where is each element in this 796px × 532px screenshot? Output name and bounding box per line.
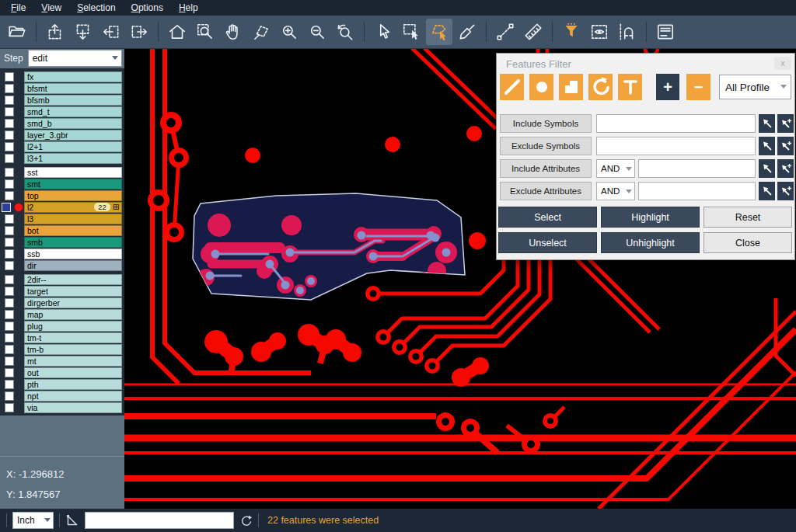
pick-symbol-add-button[interactable] <box>777 137 794 155</box>
layer-visibility-checkbox[interactable] <box>5 261 14 270</box>
layer-row[interactable]: map <box>0 308 124 320</box>
layer-name-chip[interactable]: via <box>24 402 122 413</box>
layer-name-chip[interactable]: bfsmt <box>24 83 122 94</box>
layer-visibility-checkbox[interactable] <box>5 107 14 116</box>
include-symbols-button[interactable]: Include Symbols <box>500 114 592 133</box>
pan-button[interactable] <box>220 19 246 45</box>
layer-visibility-checkbox[interactable] <box>5 96 14 105</box>
layer-row[interactable]: dirgerber <box>0 297 124 308</box>
pick-attribute-button[interactable] <box>759 182 775 200</box>
layer-visibility-checkbox[interactable] <box>5 168 14 177</box>
layer-visibility-checkbox[interactable] <box>5 391 14 401</box>
dialog-close-button[interactable]: x <box>774 57 791 70</box>
step-select[interactable]: edit <box>28 50 122 67</box>
layer-name-chip[interactable]: pth <box>24 379 122 390</box>
scroll-up-button[interactable] <box>42 19 68 45</box>
layer-row[interactable]: pth <box>0 378 124 390</box>
layer-row[interactable]: smt <box>0 178 124 190</box>
layer-visibility-checkbox[interactable] <box>5 214 14 224</box>
polarity-negative-button[interactable]: − <box>686 74 710 100</box>
layer-row[interactable]: target <box>0 285 124 297</box>
unhighlight-button[interactable]: Unhighlight <box>601 232 700 253</box>
filter-text-button[interactable] <box>618 74 642 100</box>
include-attributes-input[interactable] <box>638 159 756 178</box>
layer-row[interactable]: top <box>0 190 124 201</box>
layer-row[interactable]: out <box>0 367 124 378</box>
layer-visibility-checkbox[interactable] <box>5 238 14 247</box>
scroll-left-button[interactable] <box>98 19 124 45</box>
layer-visibility-checkbox[interactable] <box>5 119 14 128</box>
layer-visibility-checkbox[interactable] <box>5 84 14 93</box>
menu-help[interactable]: Help <box>171 1 206 16</box>
layer-row[interactable]: via <box>0 402 124 413</box>
refresh-icon[interactable] <box>239 514 253 527</box>
layer-name-chip[interactable]: layer_3.gbr <box>24 130 122 141</box>
filter-pad-button[interactable] <box>529 74 553 100</box>
layer-name-chip[interactable]: dir <box>24 260 122 271</box>
layer-name-chip[interactable]: plug <box>24 321 122 332</box>
pick-attribute-button[interactable] <box>759 159 775 178</box>
include-attributes-button[interactable]: Include Attributes <box>500 159 592 178</box>
layer-name-chip[interactable]: out <box>24 367 122 378</box>
layer-row[interactable]: mt <box>0 355 124 367</box>
layer-visibility-checkbox[interactable] <box>5 380 14 389</box>
exclude-attributes-button[interactable]: Exclude Attributes <box>500 182 592 200</box>
layer-visibility-checkbox[interactable] <box>5 179 14 189</box>
layer-name-chip[interactable]: tm-b <box>24 344 122 355</box>
layer-row[interactable]: layer_3.gbr <box>0 129 124 141</box>
layer-visibility-checkbox[interactable] <box>5 298 14 308</box>
close-button[interactable]: Close <box>703 232 792 253</box>
layer-visibility-checkbox[interactable] <box>5 142 14 151</box>
layer-visibility-checkbox[interactable] <box>5 345 14 354</box>
select-polygon-button[interactable] <box>426 19 452 45</box>
scroll-right-button[interactable] <box>126 19 152 45</box>
include-attributes-operator-select[interactable]: AND <box>596 159 635 178</box>
layer-row[interactable]: smd_t <box>0 106 124 117</box>
profile-select[interactable]: All Profile <box>719 75 791 99</box>
menu-selection[interactable]: Selection <box>69 1 123 16</box>
pick-symbol-add-button[interactable] <box>777 114 794 133</box>
pick-attribute-add-button[interactable] <box>777 182 794 200</box>
layer-row[interactable]: tm-t <box>0 332 124 343</box>
layer-name-chip[interactable]: smb <box>24 237 122 248</box>
units-select[interactable]: Inch <box>12 512 54 529</box>
layer-row[interactable]: l3 <box>0 213 124 224</box>
select-button[interactable] <box>370 19 396 45</box>
layer-name-chip[interactable]: target <box>24 286 122 297</box>
menu-options[interactable]: Options <box>124 1 171 16</box>
layer-name-chip[interactable]: fx <box>24 71 122 82</box>
exclude-symbols-button[interactable]: Exclude Symbols <box>500 137 592 155</box>
layer-row[interactable]: fx <box>0 71 124 82</box>
highlight-button[interactable]: Highlight <box>601 207 700 228</box>
layer-visibility-checkbox[interactable] <box>5 130 14 140</box>
pick-symbol-button[interactable] <box>759 114 775 133</box>
layer-name-chip[interactable]: npt <box>24 391 122 402</box>
layer-visibility-checkbox[interactable] <box>5 368 14 377</box>
layer-row[interactable]: smb <box>0 236 124 248</box>
zoom-window-button[interactable] <box>192 19 218 45</box>
layer-name-chip[interactable]: l2+1 <box>24 141 122 152</box>
layer-visibility-checkbox[interactable] <box>5 356 14 366</box>
layer-row[interactable]: sst <box>0 166 124 178</box>
select-button[interactable]: Select <box>498 207 597 228</box>
layer-visibility-checkbox[interactable] <box>5 333 14 342</box>
layer-row[interactable]: l3+1 <box>0 152 124 164</box>
layer-name-chip[interactable]: smd_t <box>24 106 122 117</box>
select-rectangle-button[interactable] <box>398 19 424 45</box>
layer-name-chip[interactable]: smd_b <box>24 118 122 129</box>
layer-name-chip[interactable]: l3+1 <box>24 153 122 164</box>
layer-row[interactable]: 2dir-- <box>0 273 124 285</box>
exclude-attributes-input[interactable] <box>638 182 756 200</box>
reset-button[interactable]: Reset <box>703 207 792 228</box>
layer-row[interactable]: bot <box>0 224 124 236</box>
layer-row[interactable]: dir <box>0 259 124 271</box>
layer-name-chip[interactable]: smt <box>24 179 122 190</box>
layer-row[interactable]: l222⊞ <box>0 201 124 213</box>
layer-visibility-checkbox[interactable] <box>5 72 14 82</box>
layer-row[interactable]: ssb <box>0 248 124 259</box>
layer-name-chip[interactable]: 2dir-- <box>24 274 122 285</box>
layer-visibility-checkbox[interactable] <box>5 310 14 319</box>
layer-visibility-checkbox[interactable] <box>5 287 14 296</box>
layer-name-chip[interactable]: top <box>24 190 122 201</box>
layer-name-chip[interactable]: map <box>24 309 122 320</box>
